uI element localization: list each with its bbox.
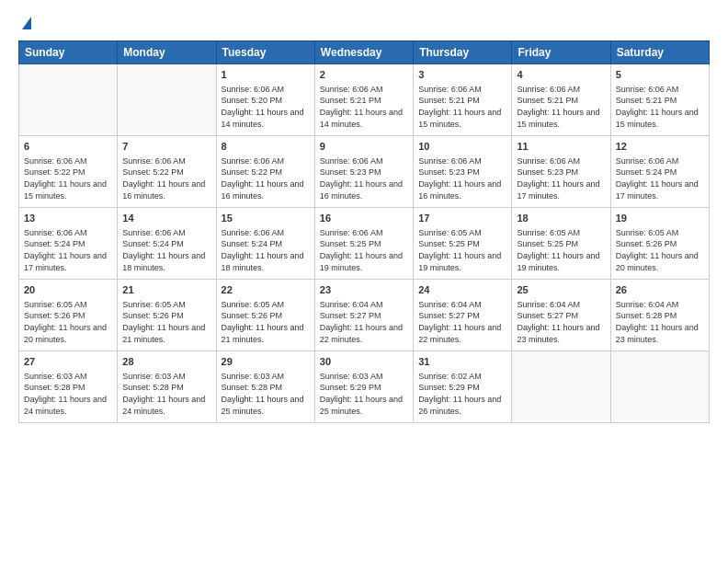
day-number: 20 <box>24 283 112 297</box>
calendar-cell: 12Sunrise: 6:06 AM Sunset: 5:24 PM Dayli… <box>610 136 709 208</box>
calendar-cell: 24Sunrise: 6:04 AM Sunset: 5:27 PM Dayli… <box>414 280 512 351</box>
day-info: Sunrise: 6:05 AM Sunset: 5:26 PM Dayligh… <box>122 299 210 345</box>
calendar-cell: 4Sunrise: 6:06 AM Sunset: 5:21 PM Daylig… <box>512 64 610 136</box>
calendar-header-sunday: Sunday <box>19 41 118 64</box>
day-number: 29 <box>222 355 310 369</box>
calendar-header-monday: Monday <box>118 41 216 64</box>
day-info: Sunrise: 6:04 AM Sunset: 5:28 PM Dayligh… <box>616 299 704 345</box>
day-number: 15 <box>222 212 310 225</box>
day-number: 21 <box>122 283 210 297</box>
calendar-cell: 10Sunrise: 6:06 AM Sunset: 5:23 PM Dayli… <box>414 136 512 208</box>
calendar-cell: 1Sunrise: 6:06 AM Sunset: 5:20 PM Daylig… <box>216 64 314 136</box>
week-row-3: 13Sunrise: 6:06 AM Sunset: 5:24 PM Dayli… <box>19 208 710 280</box>
day-number: 9 <box>320 140 408 154</box>
calendar-cell <box>610 351 709 423</box>
day-info: Sunrise: 6:05 AM Sunset: 5:26 PM Dayligh… <box>616 227 704 273</box>
week-row-4: 20Sunrise: 6:05 AM Sunset: 5:26 PM Dayli… <box>19 280 710 351</box>
day-number: 28 <box>122 355 210 369</box>
day-number: 16 <box>320 212 408 225</box>
calendar-cell: 20Sunrise: 6:05 AM Sunset: 5:26 PM Dayli… <box>19 280 118 351</box>
day-number: 2 <box>320 68 408 82</box>
day-info: Sunrise: 6:06 AM Sunset: 5:21 PM Dayligh… <box>418 84 506 130</box>
calendar-cell: 27Sunrise: 6:03 AM Sunset: 5:28 PM Dayli… <box>19 351 118 423</box>
week-row-1: 1Sunrise: 6:06 AM Sunset: 5:20 PM Daylig… <box>19 64 710 136</box>
day-number: 14 <box>122 212 210 225</box>
day-number: 19 <box>616 212 704 225</box>
day-info: Sunrise: 6:03 AM Sunset: 5:28 PM Dayligh… <box>222 371 310 417</box>
day-info: Sunrise: 6:03 AM Sunset: 5:28 PM Dayligh… <box>122 371 210 417</box>
day-number: 31 <box>418 355 506 369</box>
day-info: Sunrise: 6:06 AM Sunset: 5:23 PM Dayligh… <box>517 155 605 201</box>
week-row-5: 27Sunrise: 6:03 AM Sunset: 5:28 PM Dayli… <box>19 351 710 423</box>
day-info: Sunrise: 6:06 AM Sunset: 5:24 PM Dayligh… <box>616 155 704 201</box>
day-info: Sunrise: 6:05 AM Sunset: 5:26 PM Dayligh… <box>24 299 112 345</box>
day-number: 22 <box>222 283 310 297</box>
calendar-header-saturday: Saturday <box>610 41 709 64</box>
day-info: Sunrise: 6:05 AM Sunset: 5:26 PM Dayligh… <box>222 299 310 345</box>
calendar-cell: 3Sunrise: 6:06 AM Sunset: 5:21 PM Daylig… <box>414 64 512 136</box>
calendar-cell: 14Sunrise: 6:06 AM Sunset: 5:24 PM Dayli… <box>118 208 216 280</box>
day-number: 17 <box>418 212 506 225</box>
calendar-cell: 15Sunrise: 6:06 AM Sunset: 5:24 PM Dayli… <box>216 208 314 280</box>
day-number: 30 <box>320 355 408 369</box>
day-info: Sunrise: 6:02 AM Sunset: 5:29 PM Dayligh… <box>418 371 506 417</box>
calendar-cell: 2Sunrise: 6:06 AM Sunset: 5:21 PM Daylig… <box>314 64 413 136</box>
calendar-cell: 30Sunrise: 6:03 AM Sunset: 5:29 PM Dayli… <box>314 351 413 423</box>
calendar-header-thursday: Thursday <box>414 41 512 64</box>
calendar-cell: 11Sunrise: 6:06 AM Sunset: 5:23 PM Dayli… <box>512 136 610 208</box>
calendar-cell: 5Sunrise: 6:06 AM Sunset: 5:21 PM Daylig… <box>610 64 709 136</box>
day-number: 1 <box>222 68 310 82</box>
calendar-cell: 8Sunrise: 6:06 AM Sunset: 5:22 PM Daylig… <box>216 136 314 208</box>
calendar-cell: 18Sunrise: 6:05 AM Sunset: 5:25 PM Dayli… <box>512 208 610 280</box>
day-info: Sunrise: 6:06 AM Sunset: 5:22 PM Dayligh… <box>222 155 310 201</box>
week-row-2: 6Sunrise: 6:06 AM Sunset: 5:22 PM Daylig… <box>19 136 710 208</box>
day-number: 8 <box>222 140 310 154</box>
calendar-cell: 21Sunrise: 6:05 AM Sunset: 5:26 PM Dayli… <box>118 280 216 351</box>
calendar-cell: 9Sunrise: 6:06 AM Sunset: 5:23 PM Daylig… <box>314 136 413 208</box>
calendar-cell: 17Sunrise: 6:05 AM Sunset: 5:25 PM Dayli… <box>414 208 512 280</box>
day-info: Sunrise: 6:06 AM Sunset: 5:20 PM Dayligh… <box>222 84 310 130</box>
calendar-cell: 6Sunrise: 6:06 AM Sunset: 5:22 PM Daylig… <box>19 136 118 208</box>
calendar: SundayMondayTuesdayWednesdayThursdayFrid… <box>18 40 710 423</box>
day-info: Sunrise: 6:04 AM Sunset: 5:27 PM Dayligh… <box>517 299 605 345</box>
day-info: Sunrise: 6:06 AM Sunset: 5:21 PM Dayligh… <box>517 84 605 130</box>
calendar-cell: 28Sunrise: 6:03 AM Sunset: 5:28 PM Dayli… <box>118 351 216 423</box>
day-number: 13 <box>24 212 112 225</box>
day-number: 5 <box>616 68 704 82</box>
calendar-cell: 16Sunrise: 6:06 AM Sunset: 5:25 PM Dayli… <box>314 208 413 280</box>
day-info: Sunrise: 6:06 AM Sunset: 5:24 PM Dayligh… <box>24 227 112 273</box>
day-number: 4 <box>517 68 605 82</box>
day-number: 6 <box>24 140 112 154</box>
calendar-cell: 23Sunrise: 6:04 AM Sunset: 5:27 PM Dayli… <box>314 280 413 351</box>
calendar-cell: 31Sunrise: 6:02 AM Sunset: 5:29 PM Dayli… <box>414 351 512 423</box>
day-number: 18 <box>517 212 605 225</box>
day-info: Sunrise: 6:05 AM Sunset: 5:25 PM Dayligh… <box>418 227 506 273</box>
calendar-header-tuesday: Tuesday <box>216 41 314 64</box>
calendar-cell: 25Sunrise: 6:04 AM Sunset: 5:27 PM Dayli… <box>512 280 610 351</box>
calendar-cell <box>19 64 118 136</box>
logo <box>18 17 31 31</box>
day-number: 26 <box>616 283 704 297</box>
calendar-header-friday: Friday <box>512 41 610 64</box>
calendar-cell: 26Sunrise: 6:04 AM Sunset: 5:28 PM Dayli… <box>610 280 709 351</box>
day-info: Sunrise: 6:06 AM Sunset: 5:22 PM Dayligh… <box>24 155 112 201</box>
day-number: 25 <box>517 283 605 297</box>
day-number: 3 <box>418 68 506 82</box>
calendar-cell <box>512 351 610 423</box>
day-info: Sunrise: 6:06 AM Sunset: 5:21 PM Dayligh… <box>320 84 408 130</box>
calendar-cell: 19Sunrise: 6:05 AM Sunset: 5:26 PM Dayli… <box>610 208 709 280</box>
calendar-cell: 13Sunrise: 6:06 AM Sunset: 5:24 PM Dayli… <box>19 208 118 280</box>
day-info: Sunrise: 6:06 AM Sunset: 5:21 PM Dayligh… <box>616 84 704 130</box>
day-info: Sunrise: 6:06 AM Sunset: 5:23 PM Dayligh… <box>320 155 408 201</box>
day-info: Sunrise: 6:03 AM Sunset: 5:29 PM Dayligh… <box>320 371 408 417</box>
day-info: Sunrise: 6:06 AM Sunset: 5:24 PM Dayligh… <box>222 227 310 273</box>
calendar-cell: 22Sunrise: 6:05 AM Sunset: 5:26 PM Dayli… <box>216 280 314 351</box>
day-info: Sunrise: 6:06 AM Sunset: 5:24 PM Dayligh… <box>122 227 210 273</box>
day-info: Sunrise: 6:06 AM Sunset: 5:23 PM Dayligh… <box>418 155 506 201</box>
day-number: 11 <box>517 140 605 154</box>
calendar-header-row: SundayMondayTuesdayWednesdayThursdayFrid… <box>19 41 710 64</box>
day-number: 12 <box>616 140 704 154</box>
day-info: Sunrise: 6:03 AM Sunset: 5:28 PM Dayligh… <box>24 371 112 417</box>
day-number: 24 <box>418 283 506 297</box>
header <box>18 17 710 31</box>
